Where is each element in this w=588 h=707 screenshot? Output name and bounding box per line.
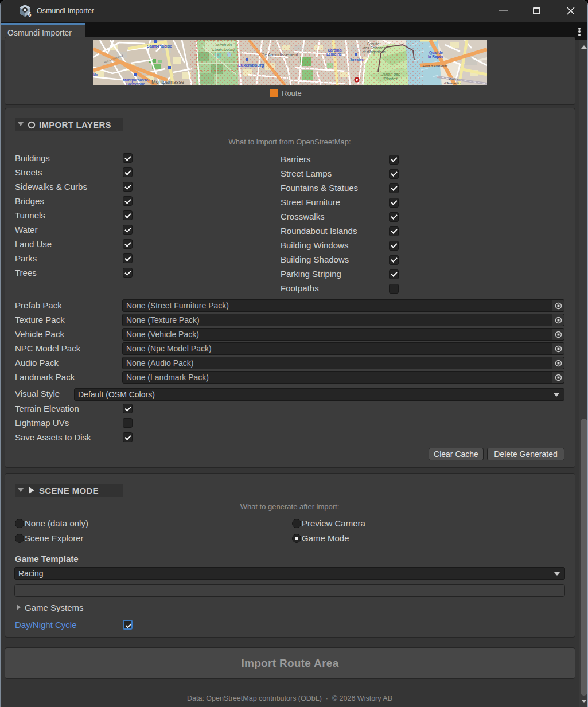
svg-text:Luxembourg: Luxembourg — [212, 48, 235, 52]
svg-text:Plantes: Plantes — [384, 77, 398, 81]
svg-text:Faculté: Faculté — [367, 42, 380, 46]
svg-text:Bienvenüe: Bienvenüe — [126, 82, 145, 85]
svg-text:Cardinal: Cardinal — [328, 48, 342, 52]
svg-text:d'Austerlitz: d'Austerlitz — [444, 81, 461, 85]
svg-text:Jardin du: Jardin du — [215, 43, 232, 47]
svg-text:la Rapée: la Rapée — [428, 54, 443, 59]
svg-text:et d'Ingénierie: et d'Ingénierie — [363, 50, 386, 54]
svg-text:Viaduc: Viaduc — [449, 77, 459, 81]
svg-text:5e Arrondissement: 5e Arrondissement — [262, 52, 298, 57]
svg-text:Jussieu: Jussieu — [349, 58, 364, 62]
svg-text:Mo: Mo — [93, 73, 98, 76]
svg-text:Pont d'Austerlitz: Pont d'Austerlitz — [423, 64, 447, 68]
svg-text:Jardin des: Jardin des — [381, 72, 400, 76]
svg-text:Luxembourg: Luxembourg — [238, 63, 264, 68]
svg-text:Montparnasse: Montparnasse — [151, 79, 184, 85]
svg-text:Saint-Placide: Saint-Placide — [147, 44, 172, 48]
svg-text:des Sciences: des Sciences — [363, 46, 385, 50]
svg-text:Lemoine: Lemoine — [326, 52, 342, 56]
svg-text:6: 6 — [28, 11, 32, 18]
